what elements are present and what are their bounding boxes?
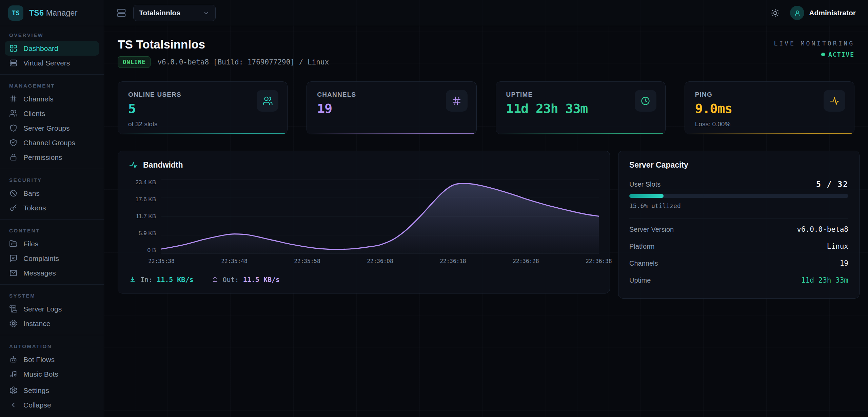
sidebar-section-overview: OVERVIEWDashboardVirtual Servers: [0, 28, 104, 70]
gear-icon: [9, 386, 18, 395]
capacity-row-label: Server Version: [629, 226, 674, 233]
x-axis-tick: 22:35:38: [148, 258, 174, 264]
sidebar-nav: OVERVIEWDashboardVirtual ServersMANAGEME…: [0, 26, 104, 379]
stat-card-accent-line: [496, 133, 665, 134]
user-slots-label: User Slots: [629, 181, 660, 188]
x-axis-tick: 22:36:28: [513, 258, 539, 264]
server-selector-dropdown[interactable]: Totalsinnlos: [133, 5, 216, 21]
sidebar-divider: [0, 335, 104, 335]
x-axis-tick: 22:36:08: [367, 258, 393, 264]
sidebar-item-label: Collapse: [23, 401, 51, 409]
section-label: OVERVIEW: [5, 28, 99, 41]
sidebar-item-label: Permissions: [23, 153, 62, 162]
section-label: MANAGEMENT: [5, 79, 99, 92]
active-dot-icon: [821, 53, 825, 56]
sidebar-item-bans[interactable]: Bans: [5, 186, 99, 201]
arrow-up-from-line-icon: [211, 276, 219, 283]
monitor-status: ACTIVE: [774, 51, 854, 58]
sidebar-item-collapse[interactable]: Collapse: [5, 398, 99, 412]
music-icon: [9, 370, 18, 378]
chart-y-axis: 23.4 KB17.6 KB11.7 KB5.9 KB0 B: [129, 179, 161, 254]
sidebar-item-virtual-servers[interactable]: Virtual Servers: [5, 56, 99, 70]
y-axis-tick: 17.6 KB: [136, 196, 156, 203]
x-axis-tick: 22:36:38: [586, 258, 612, 264]
bandwidth-out-value: 11.5 KB/s: [243, 276, 280, 284]
user-slots-value: 5 / 32: [816, 180, 848, 189]
sidebar: TS TS6 Manager OVERVIEWDashboardVirtual …: [0, 0, 104, 417]
slots-progress-bar: [629, 194, 848, 198]
capacity-row-value: 11d 23h 33m: [801, 276, 848, 284]
sidebar-item-settings[interactable]: Settings: [5, 383, 99, 398]
stat-card-value: 9.0ms: [695, 101, 844, 116]
user-menu[interactable]: Administrator: [790, 6, 856, 20]
bot-icon: [9, 355, 18, 364]
servers-icon: [9, 59, 18, 67]
bandwidth-header: Bandwidth: [129, 160, 599, 170]
topbar-left: Totalsinnlos: [116, 5, 216, 21]
section-label: SYSTEM: [5, 289, 99, 302]
sidebar-item-server-groups[interactable]: Server Groups: [5, 121, 99, 135]
clock-icon: [640, 96, 651, 106]
cpu-icon: [9, 319, 18, 328]
page-title: TS Totalsinnlos: [118, 38, 329, 51]
sidebar-item-permissions[interactable]: Permissions: [5, 150, 99, 165]
sidebar-item-channels[interactable]: Channels: [5, 92, 99, 106]
stat-card-label: ONLINE USERS: [128, 91, 277, 98]
server-heading: TS Totalsinnlos ONLINE v6.0.0-beta8 [Bui…: [118, 38, 329, 68]
sidebar-item-clients[interactable]: Clients: [5, 106, 99, 121]
capacity-row-label: Channels: [629, 260, 658, 267]
shield-check-icon: [9, 138, 18, 147]
section-label: AUTOMATION: [5, 339, 99, 352]
chevron-down-icon: [203, 10, 210, 17]
avatar: [790, 6, 804, 20]
sidebar-item-complaints[interactable]: Complaints: [5, 251, 99, 266]
sidebar-item-music-bots[interactable]: Music Bots: [5, 367, 99, 379]
sidebar-divider: [0, 74, 104, 75]
stat-card-label: PING: [695, 91, 844, 98]
slots-progress-fill: [629, 194, 664, 198]
logo-badge: TS: [8, 5, 23, 21]
sidebar-item-instance[interactable]: Instance: [5, 316, 99, 331]
sidebar-item-files[interactable]: Files: [5, 236, 99, 251]
folder-icon: [9, 240, 18, 248]
sidebar-item-channel-groups[interactable]: Channel Groups: [5, 135, 99, 150]
sidebar-section-management: MANAGEMENTChannelsClientsServer GroupsCh…: [0, 79, 104, 165]
activity-icon: [129, 160, 138, 170]
sidebar-item-server-logs[interactable]: Server Logs: [5, 302, 99, 316]
sidebar-section-automation: AUTOMATIONBot FlowsMusic Bots: [0, 339, 104, 379]
page-content: TS Totalsinnlos ONLINE v6.0.0-beta8 [Bui…: [104, 26, 868, 417]
live-monitoring: LIVE MONITORING ACTIVE: [774, 38, 854, 58]
hash-icon: [9, 95, 18, 103]
hash-icon: [451, 96, 462, 106]
topbar: Totalsinnlos Administrator: [104, 0, 868, 26]
sidebar-item-dashboard[interactable]: Dashboard: [5, 41, 99, 56]
sidebar-item-label: Bot Flows: [23, 356, 55, 364]
bandwidth-in-stat: In: 11.5 KB/s: [129, 276, 194, 284]
users-icon: [9, 109, 18, 118]
sidebar-item-label: Server Logs: [23, 305, 62, 313]
sidebar-section-system: SYSTEMServer LogsInstance: [0, 289, 104, 331]
capacity-row-label: Uptime: [629, 277, 651, 284]
sidebar-item-messages[interactable]: Messages: [5, 266, 99, 280]
y-axis-tick: 5.9 KB: [139, 230, 156, 237]
page-header: TS Totalsinnlos ONLINE v6.0.0-beta8 [Bui…: [118, 38, 854, 68]
y-axis-tick: 11.7 KB: [136, 213, 156, 220]
main-area: Totalsinnlos Administrator TS Totalsinnl…: [104, 0, 868, 417]
stat-card-iconbox: [446, 90, 468, 112]
sidebar-item-tokens[interactable]: Tokens: [5, 201, 99, 215]
stat-card-uptime: UPTIME11d 23h 33m: [496, 81, 666, 134]
sidebar-item-bot-flows[interactable]: Bot Flows: [5, 352, 99, 367]
x-axis-tick: 22:36:18: [440, 258, 466, 264]
stat-card-online-users: ONLINE USERS5of 32 slots: [118, 81, 288, 134]
sidebar-item-label: Music Bots: [23, 370, 58, 378]
theme-toggle-button[interactable]: [771, 8, 780, 18]
brand-secondary: Manager: [46, 8, 78, 17]
capacity-row-uptime: Uptime11d 23h 33m: [629, 272, 848, 289]
sidebar-item-label: Channel Groups: [23, 139, 75, 147]
stat-card-label: CHANNELS: [317, 91, 466, 98]
brand-primary: TS6: [29, 8, 44, 17]
stat-card-accent-line: [118, 133, 287, 134]
sidebar-item-label: Server Groups: [23, 124, 70, 132]
stat-card-label: UPTIME: [506, 91, 655, 98]
ban-icon: [9, 189, 18, 197]
